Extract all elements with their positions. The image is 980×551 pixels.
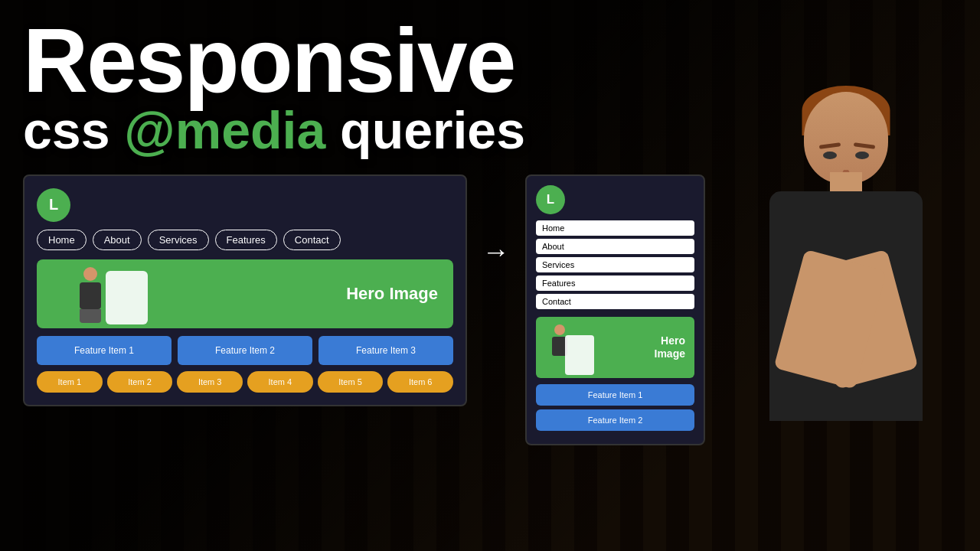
main-content: Responsive css @media queries L Home Abo…: [0, 0, 980, 551]
subtitle: css @media queries: [23, 102, 957, 159]
desktop-mock-hero: Hero Image: [37, 259, 453, 328]
mobile-hero-line2: Image: [655, 347, 685, 360]
mobile-hero-line1: Hero: [661, 334, 685, 347]
desktop-nav-home[interactable]: Home: [37, 230, 87, 250]
hero-decorative-box: [106, 271, 148, 324]
mobile-hero-box: [565, 335, 594, 375]
desktop-mock-panel: L Home About Services Features Contact H…: [23, 174, 467, 406]
desktop-item-6: Item 6: [387, 371, 453, 393]
mobile-nav-services[interactable]: Services: [536, 257, 694, 272]
mobile-hero-text: Hero Image: [655, 334, 685, 360]
desktop-nav-features[interactable]: Features: [215, 230, 277, 250]
hero-figure-legs: [80, 309, 101, 323]
panels-section: L Home About Services Features Contact H…: [23, 174, 957, 445]
desktop-item-1: Item 1: [37, 371, 103, 393]
desktop-items-row: Item 1 Item 2 Item 3 Item 4 Item 5 Item …: [37, 371, 453, 393]
subtitle-suffix: queries: [325, 101, 525, 159]
mobile-mock-nav: Home About Services Features Contact: [536, 220, 694, 309]
mobile-nav-contact[interactable]: Contact: [536, 294, 694, 309]
desktop-nav-about[interactable]: About: [93, 230, 142, 250]
desktop-nav-services[interactable]: Services: [148, 230, 209, 250]
subtitle-highlight: @media: [124, 101, 325, 159]
desktop-item-5: Item 5: [318, 371, 384, 393]
mobile-hero-figure-head: [554, 324, 565, 335]
desktop-feature-items: Feature Item 1 Feature Item 2 Feature It…: [37, 336, 453, 365]
direction-arrow: →: [482, 236, 510, 268]
hero-figure-body: [80, 282, 101, 309]
mobile-mock-logo: L: [536, 185, 565, 214]
subtitle-prefix: css: [23, 101, 124, 159]
title-section: Responsive css @media queries: [23, 15, 957, 167]
hero-figure-head: [83, 267, 97, 281]
desktop-item-4: Item 4: [247, 371, 313, 393]
mobile-nav-about[interactable]: About: [536, 239, 694, 254]
desktop-hero-text: Hero Image: [346, 284, 438, 304]
desktop-nav-contact[interactable]: Contact: [283, 230, 341, 250]
desktop-feature-item-2: Feature Item 2: [178, 336, 312, 365]
mobile-nav-features[interactable]: Features: [536, 276, 694, 291]
desktop-feature-item-3: Feature Item 3: [318, 336, 453, 365]
arrow-container: →: [482, 174, 510, 268]
mobile-mock-hero: Hero Image: [536, 317, 694, 378]
mobile-nav-home[interactable]: Home: [536, 220, 694, 236]
main-title: Responsive: [23, 15, 957, 106]
desktop-feature-item-1: Feature Item 1: [37, 336, 172, 365]
desktop-mock-nav: Home About Services Features Contact: [37, 230, 453, 250]
mobile-feature-item-1: Feature Item 1: [536, 384, 694, 406]
mobile-mock-panel: L Home About Services Features Contact H…: [525, 174, 705, 445]
desktop-mock-logo: L: [37, 188, 70, 222]
mobile-feature-item-2: Feature Item 2: [536, 409, 694, 431]
desktop-item-3: Item 3: [177, 371, 243, 393]
desktop-item-2: Item 2: [107, 371, 173, 393]
